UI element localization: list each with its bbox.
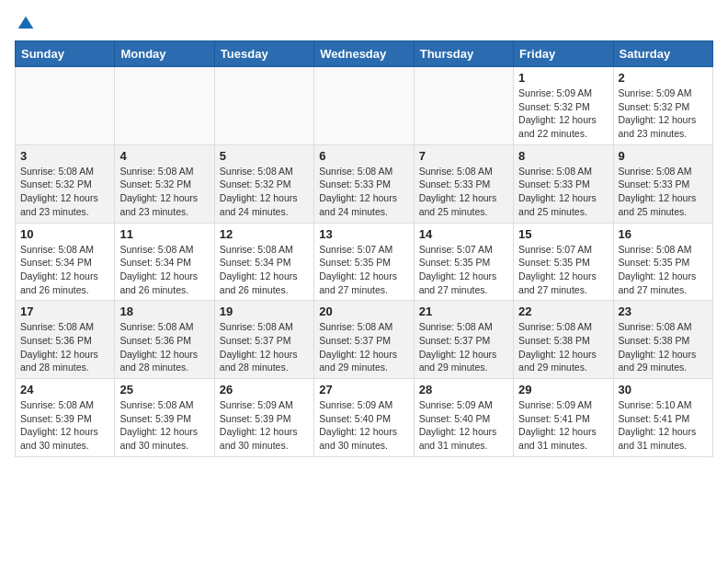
day-info: Sunrise: 5:08 AMSunset: 5:32 PMDaylight:… <box>119 165 209 219</box>
calendar-cell: 24Sunrise: 5:08 AMSunset: 5:39 PMDayligh… <box>16 379 115 457</box>
day-number: 16 <box>619 227 708 241</box>
day-info: Sunrise: 5:09 AMSunset: 5:32 PMDaylight:… <box>518 86 608 141</box>
day-number: 23 <box>619 304 708 318</box>
week-row-3: 10Sunrise: 5:08 AMSunset: 5:34 PMDayligh… <box>16 223 713 301</box>
day-number: 27 <box>319 383 408 396</box>
calendar-cell: 2Sunrise: 5:09 AMSunset: 5:32 PMDaylight… <box>613 67 712 145</box>
calendar-cell <box>314 67 414 145</box>
day-number: 28 <box>419 383 508 396</box>
calendar-cell: 17Sunrise: 5:08 AMSunset: 5:36 PMDayligh… <box>16 301 115 379</box>
day-number: 12 <box>220 227 309 241</box>
day-info: Sunrise: 5:10 AMSunset: 5:41 PMDaylight:… <box>619 398 708 453</box>
calendar-cell: 23Sunrise: 5:08 AMSunset: 5:38 PMDayligh… <box>613 301 712 379</box>
day-number: 25 <box>119 383 209 396</box>
day-info: Sunrise: 5:08 AMSunset: 5:36 PMDaylight:… <box>119 320 209 374</box>
calendar-cell: 28Sunrise: 5:09 AMSunset: 5:40 PMDayligh… <box>414 379 513 457</box>
calendar-cell: 8Sunrise: 5:08 AMSunset: 5:33 PMDaylight… <box>514 144 613 223</box>
logo-icon <box>17 15 35 33</box>
week-row-5: 24Sunrise: 5:08 AMSunset: 5:39 PMDayligh… <box>16 379 713 457</box>
day-info: Sunrise: 5:07 AMSunset: 5:35 PMDaylight:… <box>319 243 408 297</box>
calendar-cell: 18Sunrise: 5:08 AMSunset: 5:36 PMDayligh… <box>115 301 214 379</box>
weekday-header-sunday: Sunday <box>16 41 115 67</box>
weekday-header-saturday: Saturday <box>613 41 712 67</box>
weekday-header-row: SundayMondayTuesdayWednesdayThursdayFrid… <box>16 41 713 67</box>
day-info: Sunrise: 5:08 AMSunset: 5:32 PMDaylight:… <box>20 165 109 219</box>
day-info: Sunrise: 5:09 AMSunset: 5:40 PMDaylight:… <box>319 398 408 453</box>
day-info: Sunrise: 5:09 AMSunset: 5:41 PMDaylight:… <box>518 398 608 453</box>
weekday-header-wednesday: Wednesday <box>314 41 414 67</box>
calendar-cell: 19Sunrise: 5:08 AMSunset: 5:37 PMDayligh… <box>214 301 313 379</box>
logo <box>15 15 35 29</box>
day-info: Sunrise: 5:08 AMSunset: 5:35 PMDaylight:… <box>619 243 708 297</box>
calendar-cell: 16Sunrise: 5:08 AMSunset: 5:35 PMDayligh… <box>613 223 712 301</box>
day-info: Sunrise: 5:08 AMSunset: 5:33 PMDaylight:… <box>619 165 708 219</box>
calendar-cell: 1Sunrise: 5:09 AMSunset: 5:32 PMDaylight… <box>514 67 613 145</box>
day-number: 5 <box>220 149 309 163</box>
calendar-cell: 22Sunrise: 5:08 AMSunset: 5:38 PMDayligh… <box>514 301 613 379</box>
day-number: 29 <box>518 383 608 396</box>
week-row-1: 1Sunrise: 5:09 AMSunset: 5:32 PMDaylight… <box>16 67 713 145</box>
day-number: 4 <box>119 149 209 163</box>
day-info: Sunrise: 5:08 AMSunset: 5:33 PMDaylight:… <box>319 165 408 219</box>
day-info: Sunrise: 5:09 AMSunset: 5:32 PMDaylight:… <box>619 86 708 141</box>
calendar-cell: 9Sunrise: 5:08 AMSunset: 5:33 PMDaylight… <box>613 144 712 223</box>
calendar-table: SundayMondayTuesdayWednesdayThursdayFrid… <box>15 40 713 457</box>
day-number: 1 <box>518 71 608 85</box>
calendar-cell <box>414 67 513 145</box>
day-info: Sunrise: 5:08 AMSunset: 5:39 PMDaylight:… <box>20 398 109 453</box>
weekday-header-thursday: Thursday <box>414 41 513 67</box>
day-info: Sunrise: 5:08 AMSunset: 5:36 PMDaylight:… <box>20 320 109 374</box>
day-number: 8 <box>518 149 608 163</box>
day-number: 19 <box>220 304 309 318</box>
calendar-cell: 13Sunrise: 5:07 AMSunset: 5:35 PMDayligh… <box>314 223 414 301</box>
day-number: 14 <box>419 227 508 241</box>
day-info: Sunrise: 5:08 AMSunset: 5:37 PMDaylight:… <box>419 320 508 374</box>
day-info: Sunrise: 5:08 AMSunset: 5:34 PMDaylight:… <box>119 243 209 297</box>
day-number: 13 <box>319 227 408 241</box>
calendar-cell: 21Sunrise: 5:08 AMSunset: 5:37 PMDayligh… <box>414 301 513 379</box>
weekday-header-monday: Monday <box>115 41 214 67</box>
day-number: 9 <box>619 149 708 163</box>
calendar-cell <box>16 67 115 145</box>
calendar-cell: 7Sunrise: 5:08 AMSunset: 5:33 PMDaylight… <box>414 144 513 223</box>
day-number: 10 <box>20 227 109 241</box>
calendar-cell: 5Sunrise: 5:08 AMSunset: 5:32 PMDaylight… <box>214 144 313 223</box>
day-number: 11 <box>119 227 209 241</box>
calendar-cell: 4Sunrise: 5:08 AMSunset: 5:32 PMDaylight… <box>115 144 214 223</box>
day-info: Sunrise: 5:08 AMSunset: 5:34 PMDaylight:… <box>20 243 109 297</box>
day-info: Sunrise: 5:08 AMSunset: 5:34 PMDaylight:… <box>220 243 309 297</box>
svg-marker-0 <box>18 17 34 29</box>
calendar-cell: 10Sunrise: 5:08 AMSunset: 5:34 PMDayligh… <box>16 223 115 301</box>
day-info: Sunrise: 5:08 AMSunset: 5:37 PMDaylight:… <box>319 320 408 374</box>
calendar-cell <box>115 67 214 145</box>
calendar-cell: 15Sunrise: 5:07 AMSunset: 5:35 PMDayligh… <box>514 223 613 301</box>
day-number: 20 <box>319 304 408 318</box>
day-number: 6 <box>319 149 408 163</box>
calendar-cell: 6Sunrise: 5:08 AMSunset: 5:33 PMDaylight… <box>314 144 414 223</box>
calendar-cell: 11Sunrise: 5:08 AMSunset: 5:34 PMDayligh… <box>115 223 214 301</box>
calendar-cell: 25Sunrise: 5:08 AMSunset: 5:39 PMDayligh… <box>115 379 214 457</box>
day-info: Sunrise: 5:08 AMSunset: 5:32 PMDaylight:… <box>220 165 309 219</box>
calendar-cell: 26Sunrise: 5:09 AMSunset: 5:39 PMDayligh… <box>214 379 313 457</box>
day-info: Sunrise: 5:08 AMSunset: 5:38 PMDaylight:… <box>619 320 708 374</box>
calendar-cell: 27Sunrise: 5:09 AMSunset: 5:40 PMDayligh… <box>314 379 414 457</box>
day-number: 3 <box>20 149 109 163</box>
day-info: Sunrise: 5:09 AMSunset: 5:39 PMDaylight:… <box>220 398 309 453</box>
day-info: Sunrise: 5:08 AMSunset: 5:37 PMDaylight:… <box>220 320 309 374</box>
day-number: 24 <box>20 383 109 396</box>
day-number: 15 <box>518 227 608 241</box>
calendar-cell <box>214 67 313 145</box>
page-header <box>15 15 713 29</box>
week-row-4: 17Sunrise: 5:08 AMSunset: 5:36 PMDayligh… <box>16 301 713 379</box>
calendar-cell: 12Sunrise: 5:08 AMSunset: 5:34 PMDayligh… <box>214 223 313 301</box>
day-number: 26 <box>220 383 309 396</box>
calendar-cell: 20Sunrise: 5:08 AMSunset: 5:37 PMDayligh… <box>314 301 414 379</box>
calendar-cell: 29Sunrise: 5:09 AMSunset: 5:41 PMDayligh… <box>514 379 613 457</box>
day-info: Sunrise: 5:07 AMSunset: 5:35 PMDaylight:… <box>518 243 608 297</box>
week-row-2: 3Sunrise: 5:08 AMSunset: 5:32 PMDaylight… <box>16 144 713 223</box>
weekday-header-friday: Friday <box>514 41 613 67</box>
weekday-header-tuesday: Tuesday <box>214 41 313 67</box>
day-number: 7 <box>419 149 508 163</box>
day-info: Sunrise: 5:09 AMSunset: 5:40 PMDaylight:… <box>419 398 508 453</box>
calendar-cell: 30Sunrise: 5:10 AMSunset: 5:41 PMDayligh… <box>613 379 712 457</box>
